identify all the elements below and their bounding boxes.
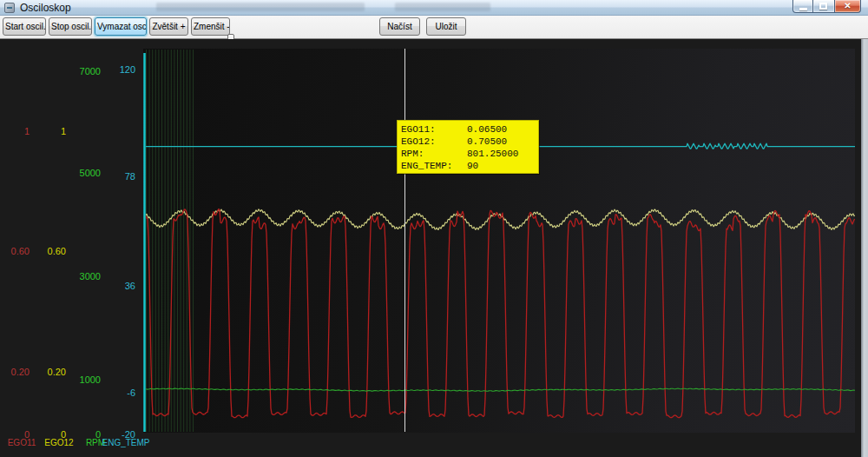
scope-panel: 10.600.200EGO1110.600.200EGO127000500030…	[0, 39, 861, 457]
axis-name-ego11: EGO11	[8, 438, 36, 448]
tooltip-value: 801.25000	[467, 148, 538, 160]
window-controls: ✕	[792, 0, 861, 13]
axis-tick-ego11: 0.20	[11, 366, 30, 378]
tooltip-value: 0.70500	[467, 136, 538, 148]
oscilloscope-traces	[143, 49, 855, 433]
save-button[interactable]: Uložit	[426, 17, 466, 36]
close-icon: ✕	[835, 1, 860, 10]
axis-tick-rpm: 5000	[80, 167, 101, 179]
axis-tick-rpm: 1000	[80, 374, 101, 386]
tooltip-row: EGO12:0.70500	[401, 136, 538, 148]
axis-tick-rpm: 3000	[80, 270, 101, 282]
tooltip-label: ENG_TEMP:	[401, 160, 467, 172]
app-icon	[4, 3, 15, 13]
trace-rpm	[146, 388, 855, 391]
axis-tick-ego12: 0.20	[48, 366, 66, 378]
clear-oscil-button[interactable]: Vymazat oscil	[95, 17, 147, 36]
window-title: Osciloskop	[20, 2, 71, 14]
toolbar: Start oscil. Stop oscil. Vymazat oscil Z…	[0, 16, 868, 39]
titlebar-ghost	[156, 3, 365, 11]
trace-ego11	[146, 209, 855, 418]
tooltip-row: EGO11:0.06500	[401, 123, 538, 136]
axis-tick-eng_temp: 36	[125, 280, 135, 292]
axis-tick-ego12: 0.60	[48, 245, 66, 257]
axis-tick-eng_temp: -6	[127, 387, 135, 399]
axis-tick-eng_temp: 120	[120, 63, 135, 76]
zoom-in-button[interactable]: Zvětšit +	[149, 17, 188, 36]
minimize-button[interactable]	[792, 0, 813, 13]
stop-oscil-button[interactable]: Stop oscil.	[49, 17, 92, 36]
maximize-icon	[819, 3, 827, 10]
plot-area[interactable]	[143, 49, 855, 433]
tooltip-row: RPM:801.25000	[401, 148, 538, 160]
titlebar-ghost	[395, 3, 490, 11]
tooltip-label: EGO11:	[401, 123, 467, 136]
minimize-icon	[799, 8, 807, 10]
window-right-border	[861, 39, 868, 457]
maximize-button[interactable]	[813, 0, 834, 13]
tooltip-label: EGO12:	[401, 136, 467, 148]
axis-tick-rpm: 7000	[80, 65, 101, 77]
tooltip-label: RPM:	[401, 148, 467, 160]
start-oscil-button[interactable]: Start oscil.	[3, 17, 46, 36]
zoom-out-button[interactable]: Zmenšit -	[191, 17, 230, 36]
osciloskop-window: Osciloskop ✕ Start oscil. Stop oscil. Vy…	[0, 0, 868, 457]
axis-tick-ego12: 1	[61, 125, 66, 137]
axis-name-ego12: EGO12	[44, 438, 73, 448]
close-button[interactable]: ✕	[834, 0, 861, 13]
cursor-tooltip: EGO11:0.06500EGO12:0.70500RPM:801.25000E…	[397, 120, 539, 174]
tooltip-value: 0.06500	[467, 123, 538, 136]
tooltip-row: ENG_TEMP:90	[401, 160, 538, 172]
tooltip-value: 90	[467, 160, 538, 172]
axis-tick-ego11: 0.60	[11, 245, 30, 257]
load-button[interactable]: Načíst	[379, 17, 420, 36]
titlebar[interactable]: Osciloskop ✕	[0, 0, 868, 16]
axis-tick-eng_temp: 78	[125, 170, 135, 182]
axis-name-eng_temp: ENG_TEMP	[102, 438, 149, 448]
axis-tick-ego11: 1	[24, 125, 30, 137]
